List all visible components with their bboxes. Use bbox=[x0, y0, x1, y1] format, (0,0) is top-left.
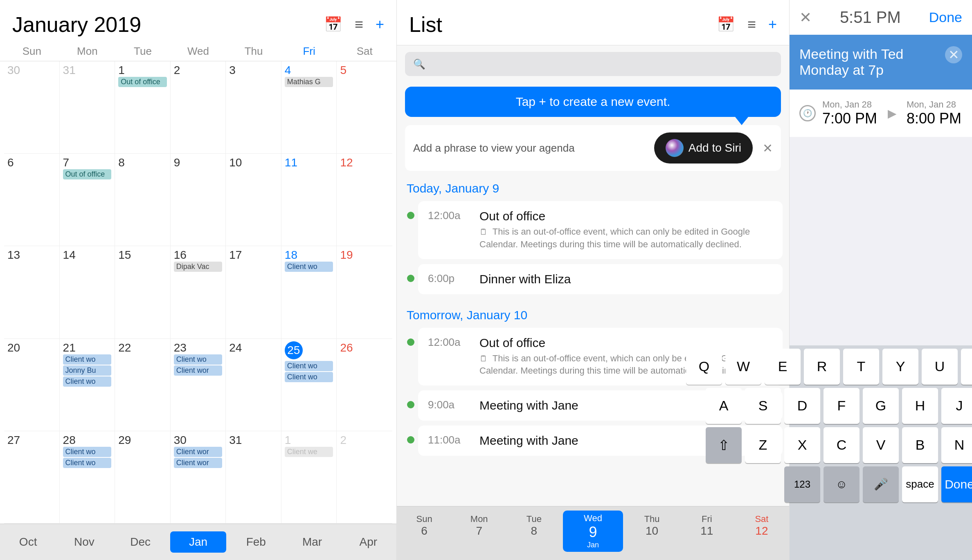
today-event-2[interactable]: 6:00p Dinner with Eliza bbox=[418, 264, 783, 294]
event-client-28a[interactable]: Client wo bbox=[63, 447, 112, 457]
cell-jan-18[interactable]: 18 Client wo bbox=[281, 246, 337, 338]
key-N[interactable]: N bbox=[941, 427, 972, 463]
key-D[interactable]: D bbox=[784, 388, 820, 424]
today-event-1[interactable]: 12:00a Out of office 🗒 This is an out-of… bbox=[418, 201, 783, 259]
cell-jan-22[interactable]: 22 bbox=[115, 339, 171, 431]
key-E[interactable]: E bbox=[765, 349, 801, 385]
key-mic[interactable]: 🎤 bbox=[863, 466, 899, 502]
key-I[interactable]: I bbox=[961, 349, 972, 385]
cell-jan-13[interactable]: 13 bbox=[4, 246, 60, 338]
key-shift[interactable]: ⇧ bbox=[706, 427, 742, 463]
event-client-30b[interactable]: Client wor bbox=[174, 458, 223, 468]
calendar-menu-icon[interactable]: ≡ bbox=[355, 16, 363, 33]
cell-jan-28[interactable]: 28 Client wo Client wo bbox=[60, 431, 115, 523]
cell-jan-16[interactable]: 16 Dipak Vac bbox=[171, 246, 226, 338]
key-123[interactable]: 123 bbox=[784, 466, 820, 502]
month-nav-mar[interactable]: Mar bbox=[284, 531, 340, 553]
list-calendar-icon[interactable]: 📅 bbox=[717, 16, 735, 33]
event-client-25b[interactable]: Client wo bbox=[285, 372, 333, 382]
scroll-nav-tue8[interactable]: Tue 8 bbox=[506, 511, 561, 552]
cell-jan-9[interactable]: 9 bbox=[171, 154, 226, 246]
event-out-of-office-jan1[interactable]: Out of office bbox=[118, 77, 167, 87]
key-V[interactable]: V bbox=[863, 427, 899, 463]
key-F[interactable]: F bbox=[824, 388, 860, 424]
cell-jan-14[interactable]: 14 bbox=[60, 246, 115, 338]
search-input[interactable] bbox=[430, 58, 773, 70]
month-nav-apr[interactable]: Apr bbox=[340, 531, 396, 553]
scroll-nav-sat12[interactable]: Sat 12 bbox=[734, 511, 789, 552]
cell-jan-17[interactable]: 17 bbox=[226, 246, 281, 338]
cell-jan-8[interactable]: 8 bbox=[115, 154, 171, 246]
close-icon[interactable]: ✕ bbox=[799, 9, 812, 26]
scroll-nav-sun6[interactable]: Sun 6 bbox=[397, 511, 452, 552]
key-B[interactable]: B bbox=[902, 427, 938, 463]
search-bar[interactable]: 🔍 bbox=[405, 52, 781, 76]
cell-jan-31[interactable]: 31 bbox=[226, 431, 281, 523]
event-client-21[interactable]: Client wo bbox=[63, 354, 112, 365]
cell-jan-27[interactable]: 27 bbox=[4, 431, 60, 523]
cell-jan-12[interactable]: 12 bbox=[337, 154, 392, 246]
key-space[interactable]: space bbox=[902, 466, 938, 502]
event-client-21b[interactable]: Client wo bbox=[63, 376, 112, 387]
cell-feb-1[interactable]: 1Client we bbox=[281, 431, 337, 523]
event-out-of-office-week2[interactable]: Out of office bbox=[63, 169, 112, 179]
cell-feb-2[interactable]: 2 bbox=[337, 431, 392, 523]
cell-jan-21[interactable]: 21 Client wo Jonny Bu Client wo bbox=[60, 339, 115, 431]
key-T[interactable]: T bbox=[843, 349, 879, 385]
cell-jan-5[interactable]: 5 bbox=[337, 61, 392, 153]
event-mathias[interactable]: Mathias G bbox=[285, 77, 333, 87]
key-Z[interactable]: Z bbox=[745, 427, 781, 463]
cell-jan-15[interactable]: 15 bbox=[115, 246, 171, 338]
cell-jan-6[interactable]: 6 bbox=[4, 154, 60, 246]
key-Y[interactable]: Y bbox=[882, 349, 918, 385]
key-A[interactable]: A bbox=[706, 388, 742, 424]
list-add-button[interactable]: + bbox=[768, 16, 777, 33]
key-W[interactable]: W bbox=[725, 349, 761, 385]
month-nav-oct[interactable]: Oct bbox=[0, 531, 56, 553]
cell-dec-31[interactable]: 31 bbox=[60, 61, 115, 153]
event-client-23a[interactable]: Client wo bbox=[174, 354, 223, 365]
event-client-23b[interactable]: Client wor bbox=[174, 365, 223, 376]
cell-jan-11[interactable]: 11 bbox=[281, 154, 337, 246]
cell-jan-2[interactable]: 2 bbox=[171, 61, 226, 153]
cell-jan-3[interactable]: 3 bbox=[226, 61, 281, 153]
cell-jan-29[interactable]: 29 bbox=[115, 431, 171, 523]
key-done[interactable]: Done bbox=[941, 466, 972, 502]
list-menu-icon[interactable]: ≡ bbox=[747, 16, 756, 33]
month-nav-dec[interactable]: Dec bbox=[112, 531, 169, 553]
scroll-nav-thu10[interactable]: Thu 10 bbox=[625, 511, 680, 552]
scroll-nav-fri11[interactable]: Fri 11 bbox=[680, 511, 734, 552]
key-C[interactable]: C bbox=[824, 427, 860, 463]
key-Q[interactable]: Q bbox=[686, 349, 722, 385]
event-client-18[interactable]: Client wo bbox=[285, 262, 333, 272]
cell-jan-7[interactable]: 7 Out of office bbox=[60, 154, 115, 246]
event-jonny[interactable]: Jonny Bu bbox=[63, 365, 112, 376]
cell-jan-19[interactable]: 19 bbox=[337, 246, 392, 338]
cell-jan-25[interactable]: 25 Client wo Client wo bbox=[281, 339, 337, 431]
key-X[interactable]: X bbox=[784, 427, 820, 463]
month-nav-nov[interactable]: Nov bbox=[56, 531, 112, 553]
key-U[interactable]: U bbox=[922, 349, 958, 385]
event-dipak[interactable]: Dipak Vac bbox=[174, 262, 223, 272]
cell-jan-30[interactable]: 30 Client wor Client wor bbox=[171, 431, 226, 523]
event-client-28b[interactable]: Client wo bbox=[63, 458, 112, 468]
done-button[interactable]: Done bbox=[929, 9, 962, 25]
cell-jan-26[interactable]: 26 bbox=[337, 339, 392, 431]
cell-jan-4[interactable]: 4 Mathias G bbox=[281, 61, 337, 153]
scroll-nav-mon7[interactable]: Mon 7 bbox=[452, 511, 506, 552]
calendar-grid-icon[interactable]: 📅 bbox=[324, 16, 342, 33]
event-detail-close-icon[interactable]: ✕ bbox=[945, 46, 962, 63]
key-emoji[interactable]: ☺ bbox=[824, 466, 860, 502]
cell-jan-24[interactable]: 24 bbox=[226, 339, 281, 431]
cell-jan-1[interactable]: 1 Out of office bbox=[115, 61, 171, 153]
siri-close-icon[interactable]: ✕ bbox=[763, 141, 773, 155]
month-nav-feb[interactable]: Feb bbox=[228, 531, 284, 553]
key-G[interactable]: G bbox=[863, 388, 899, 424]
event-client-25a[interactable]: Client wo bbox=[285, 361, 333, 371]
calendar-add-button[interactable]: + bbox=[376, 16, 384, 33]
scroll-nav-wed9[interactable]: Wed 9 Jan bbox=[563, 511, 623, 552]
cell-jan-10[interactable]: 10 bbox=[226, 154, 281, 246]
key-S[interactable]: S bbox=[745, 388, 781, 424]
key-J[interactable]: J bbox=[941, 388, 972, 424]
cell-jan-23[interactable]: 23 Client wo Client wor bbox=[171, 339, 226, 431]
